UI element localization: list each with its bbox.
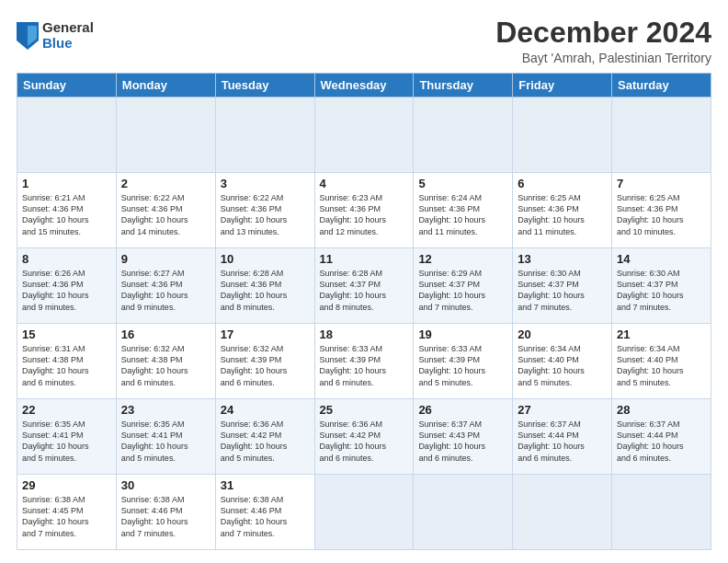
logo-blue-text: Blue <box>42 36 94 52</box>
day-number: 1 <box>22 177 111 190</box>
calendar-cell: 18Sunrise: 6:33 AMSunset: 4:39 PMDayligh… <box>314 324 414 399</box>
day-details: Sunrise: 6:36 AMSunset: 4:42 PMDaylight:… <box>320 419 409 464</box>
day-details: Sunrise: 6:32 AMSunset: 4:39 PMDaylight:… <box>221 343 310 388</box>
day-number: 13 <box>518 252 607 266</box>
day-details: Sunrise: 6:28 AMSunset: 4:37 PMDaylight:… <box>320 268 409 313</box>
page: General Blue December 2024 Bayt 'Amrah, … <box>0 0 728 563</box>
calendar-week-row: 29Sunrise: 6:38 AMSunset: 4:45 PMDayligh… <box>17 475 711 550</box>
calendar-cell <box>215 98 314 173</box>
calendar-cell: 21Sunrise: 6:34 AMSunset: 4:40 PMDayligh… <box>612 324 711 399</box>
day-number: 12 <box>418 252 507 266</box>
calendar-cell: 25Sunrise: 6:36 AMSunset: 4:42 PMDayligh… <box>314 399 414 475</box>
day-number: 24 <box>221 403 310 417</box>
calendar-cell: 10Sunrise: 6:28 AMSunset: 4:36 PMDayligh… <box>215 248 314 324</box>
day-details: Sunrise: 6:36 AMSunset: 4:42 PMDaylight:… <box>221 419 310 464</box>
calendar-cell: 20Sunrise: 6:34 AMSunset: 4:40 PMDayligh… <box>513 324 612 399</box>
calendar-cell: 1Sunrise: 6:21 AMSunset: 4:36 PMDaylight… <box>17 173 117 248</box>
calendar-cell: 29Sunrise: 6:38 AMSunset: 4:45 PMDayligh… <box>17 475 117 550</box>
calendar-table: SundayMondayTuesdayWednesdayThursdayFrid… <box>17 73 711 550</box>
calendar-cell <box>314 98 414 173</box>
day-number: 5 <box>418 177 507 190</box>
calendar-cell: 11Sunrise: 6:28 AMSunset: 4:37 PMDayligh… <box>314 248 414 324</box>
month-title: December 2024 <box>495 17 711 49</box>
day-number: 30 <box>121 478 210 492</box>
day-details: Sunrise: 6:25 AMSunset: 4:36 PMDaylight:… <box>617 192 706 237</box>
weekday-header-monday: Monday <box>116 74 215 98</box>
day-details: Sunrise: 6:35 AMSunset: 4:41 PMDaylight:… <box>121 419 210 464</box>
calendar-cell: 19Sunrise: 6:33 AMSunset: 4:39 PMDayligh… <box>414 324 513 399</box>
calendar-cell: 5Sunrise: 6:24 AMSunset: 4:36 PMDaylight… <box>414 173 513 248</box>
day-details: Sunrise: 6:34 AMSunset: 4:40 PMDaylight:… <box>518 343 607 388</box>
day-details: Sunrise: 6:38 AMSunset: 4:45 PMDaylight:… <box>22 494 111 539</box>
day-number: 17 <box>221 327 310 341</box>
calendar-cell <box>513 98 612 173</box>
day-number: 20 <box>518 327 607 341</box>
day-details: Sunrise: 6:29 AMSunset: 4:37 PMDaylight:… <box>418 268 507 313</box>
day-number: 22 <box>22 403 111 417</box>
calendar-cell: 7Sunrise: 6:25 AMSunset: 4:36 PMDaylight… <box>612 173 711 248</box>
day-number: 14 <box>617 252 706 266</box>
title-section: December 2024 Bayt 'Amrah, Palestinian T… <box>495 17 711 65</box>
day-details: Sunrise: 6:37 AMSunset: 4:44 PMDaylight:… <box>518 419 607 464</box>
logo-icon <box>17 22 39 50</box>
day-details: Sunrise: 6:37 AMSunset: 4:44 PMDaylight:… <box>617 419 706 464</box>
calendar-cell <box>116 98 215 173</box>
day-number: 16 <box>121 327 210 341</box>
header: General Blue December 2024 Bayt 'Amrah, … <box>17 17 711 65</box>
day-number: 8 <box>22 252 111 266</box>
day-details: Sunrise: 6:31 AMSunset: 4:38 PMDaylight:… <box>22 343 111 388</box>
day-details: Sunrise: 6:27 AMSunset: 4:36 PMDaylight:… <box>121 268 210 313</box>
day-details: Sunrise: 6:32 AMSunset: 4:38 PMDaylight:… <box>121 343 210 388</box>
day-number: 28 <box>617 403 706 417</box>
weekday-header-row: SundayMondayTuesdayWednesdayThursdayFrid… <box>17 74 711 98</box>
day-details: Sunrise: 6:38 AMSunset: 4:46 PMDaylight:… <box>221 494 310 539</box>
calendar-cell: 9Sunrise: 6:27 AMSunset: 4:36 PMDaylight… <box>116 248 215 324</box>
day-details: Sunrise: 6:33 AMSunset: 4:39 PMDaylight:… <box>418 343 507 388</box>
calendar-cell: 27Sunrise: 6:37 AMSunset: 4:44 PMDayligh… <box>513 399 612 475</box>
day-number: 21 <box>617 327 706 341</box>
day-details: Sunrise: 6:37 AMSunset: 4:43 PMDaylight:… <box>418 419 507 464</box>
calendar-week-row: 15Sunrise: 6:31 AMSunset: 4:38 PMDayligh… <box>17 324 711 399</box>
calendar-cell: 30Sunrise: 6:38 AMSunset: 4:46 PMDayligh… <box>116 475 215 550</box>
day-number: 9 <box>121 252 210 266</box>
day-number: 26 <box>418 403 507 417</box>
calendar-cell <box>414 98 513 173</box>
day-details: Sunrise: 6:34 AMSunset: 4:40 PMDaylight:… <box>617 343 706 388</box>
calendar-cell <box>414 475 513 550</box>
calendar-cell: 12Sunrise: 6:29 AMSunset: 4:37 PMDayligh… <box>414 248 513 324</box>
calendar-cell: 6Sunrise: 6:25 AMSunset: 4:36 PMDaylight… <box>513 173 612 248</box>
calendar-cell <box>314 475 414 550</box>
calendar-cell: 28Sunrise: 6:37 AMSunset: 4:44 PMDayligh… <box>612 399 711 475</box>
weekday-header-thursday: Thursday <box>414 74 513 98</box>
calendar-cell: 3Sunrise: 6:22 AMSunset: 4:36 PMDaylight… <box>215 173 314 248</box>
day-number: 10 <box>221 252 310 266</box>
day-number: 29 <box>22 478 111 492</box>
logo-text: General Blue <box>42 20 94 51</box>
location-subtitle: Bayt 'Amrah, Palestinian Territory <box>495 51 711 65</box>
calendar-cell <box>17 98 117 173</box>
day-number: 6 <box>518 177 607 190</box>
day-details: Sunrise: 6:38 AMSunset: 4:46 PMDaylight:… <box>121 494 210 539</box>
calendar-cell: 2Sunrise: 6:22 AMSunset: 4:36 PMDaylight… <box>116 173 215 248</box>
day-number: 25 <box>320 403 409 417</box>
logo-general-text: General <box>42 20 94 36</box>
logo: General Blue <box>17 20 94 51</box>
calendar-week-row <box>17 98 711 173</box>
day-details: Sunrise: 6:28 AMSunset: 4:36 PMDaylight:… <box>221 268 310 313</box>
calendar-week-row: 8Sunrise: 6:26 AMSunset: 4:36 PMDaylight… <box>17 248 711 324</box>
weekday-header-tuesday: Tuesday <box>215 74 314 98</box>
calendar-cell: 14Sunrise: 6:30 AMSunset: 4:37 PMDayligh… <box>612 248 711 324</box>
weekday-header-wednesday: Wednesday <box>314 74 414 98</box>
day-details: Sunrise: 6:30 AMSunset: 4:37 PMDaylight:… <box>617 268 706 313</box>
day-details: Sunrise: 6:26 AMSunset: 4:36 PMDaylight:… <box>22 268 111 313</box>
calendar-cell: 4Sunrise: 6:23 AMSunset: 4:36 PMDaylight… <box>314 173 414 248</box>
day-details: Sunrise: 6:22 AMSunset: 4:36 PMDaylight:… <box>121 192 210 237</box>
day-number: 11 <box>320 252 409 266</box>
day-details: Sunrise: 6:35 AMSunset: 4:41 PMDaylight:… <box>22 419 111 464</box>
calendar-cell: 22Sunrise: 6:35 AMSunset: 4:41 PMDayligh… <box>17 399 117 475</box>
day-details: Sunrise: 6:23 AMSunset: 4:36 PMDaylight:… <box>320 192 409 237</box>
calendar-cell: 16Sunrise: 6:32 AMSunset: 4:38 PMDayligh… <box>116 324 215 399</box>
weekday-header-friday: Friday <box>513 74 612 98</box>
day-details: Sunrise: 6:24 AMSunset: 4:36 PMDaylight:… <box>418 192 507 237</box>
calendar-cell: 13Sunrise: 6:30 AMSunset: 4:37 PMDayligh… <box>513 248 612 324</box>
